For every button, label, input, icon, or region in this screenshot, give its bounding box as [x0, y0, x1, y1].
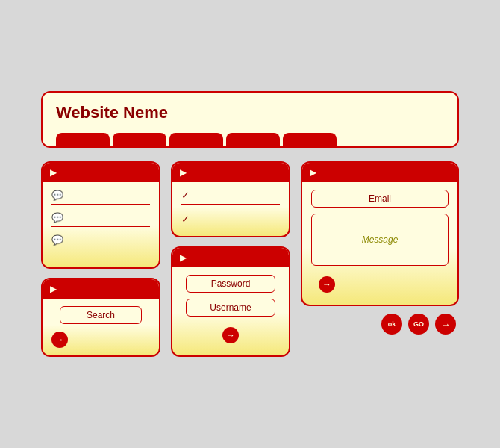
- col-mid: ▶ ✓ ✓ ▶ Password Username: [171, 161, 290, 357]
- checkbox-play-icon: ▶: [180, 167, 187, 178]
- arrow-button[interactable]: →: [435, 314, 456, 335]
- search-input[interactable]: Search: [60, 306, 142, 324]
- comment-icon-3: 💬: [51, 234, 63, 246]
- nav-tab-3[interactable]: [169, 133, 223, 146]
- checkbox-widget-header: ▶: [172, 163, 289, 182]
- username-field[interactable]: Username: [186, 299, 275, 317]
- nav-tabs: [56, 133, 444, 146]
- comment-icon-2: 💬: [51, 212, 63, 223]
- header-bar: Website Neme: [41, 91, 459, 148]
- nav-tab-4[interactable]: [226, 133, 280, 146]
- search-widget: ▶ Search →: [41, 278, 160, 357]
- check-row-2: ✓: [181, 214, 280, 228]
- search-widget-header: ▶: [43, 279, 159, 299]
- comment-row-1: 💬: [51, 190, 150, 205]
- contact-footer: →: [311, 272, 449, 297]
- nav-tab-5[interactable]: [283, 133, 337, 146]
- login-widget: ▶ Password Username →: [171, 246, 290, 357]
- nav-tab-1[interactable]: [56, 133, 110, 146]
- go-button[interactable]: GO: [408, 314, 429, 335]
- login-widget-body: Password Username →: [172, 267, 289, 355]
- comment-play-icon: ▶: [50, 167, 57, 178]
- check-icon-2: ✓: [181, 214, 190, 225]
- search-play-icon: ▶: [50, 284, 57, 294]
- search-widget-body: Search →: [43, 299, 159, 355]
- site-title: Website Neme: [56, 103, 444, 130]
- contact-arrow-button[interactable]: →: [319, 276, 335, 293]
- bottom-buttons: ok GO →: [301, 314, 459, 335]
- comment-widget-body: 💬 💬 💬: [43, 182, 159, 257]
- contact-play-icon: ▶: [310, 167, 316, 178]
- comment-row-3: 💬: [51, 234, 150, 249]
- main-content: ▶ 💬 💬 💬 ▶: [41, 161, 459, 357]
- comment-icon-1: 💬: [51, 190, 63, 201]
- check-row-1: ✓: [181, 190, 280, 205]
- password-field[interactable]: Password: [186, 275, 275, 293]
- col-right: ▶ Email Message → ok GO →: [301, 161, 459, 357]
- check-icon-1: ✓: [181, 190, 190, 201]
- col-left: ▶ 💬 💬 💬 ▶: [41, 161, 160, 357]
- page-wrapper: Website Neme ▶ 💬 💬: [41, 91, 459, 357]
- checkbox-widget-body: ✓ ✓: [172, 182, 289, 236]
- login-widget-header: ▶: [172, 248, 289, 267]
- nav-tab-2[interactable]: [113, 133, 166, 146]
- ok-button[interactable]: ok: [381, 314, 402, 335]
- email-field[interactable]: Email: [311, 190, 449, 208]
- contact-widget-body: Email Message →: [302, 182, 457, 305]
- search-arrow-button[interactable]: →: [51, 332, 68, 348]
- message-area[interactable]: Message: [311, 214, 449, 266]
- contact-widget: ▶ Email Message →: [301, 161, 459, 306]
- comment-widget-header: ▶: [43, 163, 159, 182]
- contact-widget-header: ▶: [302, 163, 457, 182]
- comment-widget: ▶ 💬 💬 💬: [41, 161, 160, 269]
- comment-row-2: 💬: [51, 212, 150, 227]
- login-footer: →: [215, 323, 246, 348]
- login-arrow-button[interactable]: →: [222, 327, 239, 343]
- checkbox-widget: ▶ ✓ ✓: [171, 161, 290, 237]
- login-play-icon: ▶: [180, 252, 187, 263]
